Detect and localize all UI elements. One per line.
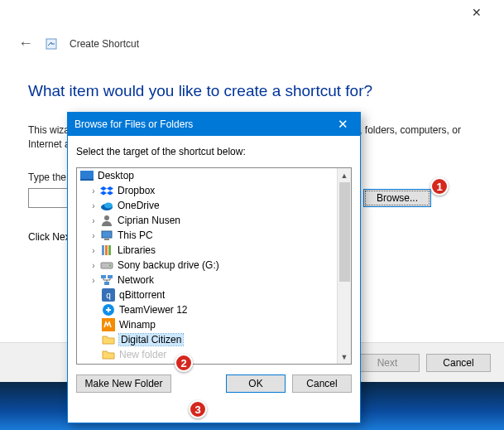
svg-rect-2 [80, 179, 94, 181]
tree-item[interactable]: ›Ciprian Nusen [77, 213, 351, 228]
dialog-cancel-button[interactable]: Cancel [292, 374, 352, 393]
make-new-folder-button[interactable]: Make New Folder [76, 374, 171, 393]
folder-tree[interactable]: Desktop›Dropbox›OneDrive›Ciprian Nusen›T… [76, 167, 352, 365]
folder-icon [102, 348, 115, 361]
tree-item[interactable]: ›Network [77, 273, 351, 287]
scrollbar[interactable]: ▲ ▼ [337, 168, 351, 364]
tree-item-label: qBittorrent [119, 289, 165, 301]
svg-rect-13 [101, 275, 106, 278]
tree-item-label: OneDrive [118, 200, 160, 211]
network-icon [100, 273, 113, 287]
svg-rect-10 [108, 245, 111, 255]
window-title: Create Shortcut [70, 38, 139, 50]
folder-icon [102, 333, 115, 346]
browse-dialog: Browse for Files or Folders ✕ Select the… [67, 112, 361, 423]
tree-item[interactable]: Winamp [77, 317, 351, 332]
chevron-right-icon[interactable]: › [89, 186, 98, 196]
onedrive-icon [100, 199, 113, 212]
app-wa-icon [102, 318, 115, 331]
libraries-icon [100, 244, 113, 257]
svg-point-5 [104, 215, 109, 220]
scroll-up-icon[interactable]: ▲ [338, 168, 351, 182]
tree-item-label: Desktop [98, 170, 134, 181]
app-qb-icon: q [102, 288, 115, 302]
app-tv-icon [102, 303, 115, 316]
scroll-down-icon[interactable]: ▼ [338, 350, 351, 364]
tree-item[interactable]: Digital Citizen [77, 332, 351, 347]
titlebar: ✕ [0, 0, 504, 25]
tree-item[interactable]: ›Dropbox [77, 183, 351, 198]
svg-rect-9 [105, 245, 108, 255]
annotation-badge-1: 1 [430, 177, 449, 196]
tree-item-label: TeamViewer 12 [119, 304, 188, 316]
chevron-right-icon[interactable]: › [89, 246, 98, 255]
svg-rect-7 [104, 239, 109, 240]
window-close-button[interactable]: ✕ [458, 0, 496, 25]
chevron-right-icon[interactable]: › [89, 231, 98, 240]
svg-rect-8 [102, 245, 104, 255]
chevron-right-icon[interactable]: › [89, 201, 98, 210]
tree-item-label: Digital Citizen [119, 334, 183, 345]
chevron-right-icon[interactable]: › [89, 216, 98, 225]
back-arrow-icon[interactable]: ← [18, 35, 33, 52]
tree-item-label: Libraries [118, 244, 156, 256]
tree-item[interactable]: ›This PC [77, 228, 351, 243]
dropbox-icon [100, 184, 113, 197]
dialog-titlebar: Browse for Files or Folders ✕ [68, 113, 360, 136]
header: ← Create Shortcut [0, 25, 504, 59]
pc-icon [100, 229, 113, 242]
scroll-thumb[interactable] [339, 182, 350, 282]
tree-item[interactable]: ›Sony backup drive (G:) [77, 258, 351, 273]
svg-point-4 [104, 203, 113, 209]
tree-item[interactable]: ›OneDrive [77, 198, 351, 213]
tree-desktop-root[interactable]: Desktop [77, 168, 351, 183]
cancel-button[interactable]: Cancel [426, 354, 491, 372]
svg-rect-6 [102, 231, 112, 238]
svg-text:q: q [106, 291, 111, 300]
chevron-right-icon[interactable]: › [89, 276, 98, 285]
tree-item-label: Dropbox [118, 185, 155, 196]
svg-rect-1 [80, 171, 94, 179]
tree-item[interactable]: qqBittorrent [77, 287, 351, 302]
annotation-badge-3: 3 [189, 400, 207, 418]
tree-item-label: Sony backup drive (G:) [118, 259, 219, 271]
dialog-title: Browse for Files or Folders [74, 118, 193, 130]
dialog-instruction: Select the target of the shortcut below: [76, 146, 352, 157]
svg-point-12 [109, 265, 111, 267]
svg-rect-14 [108, 275, 113, 278]
tree-item-label: This PC [118, 229, 153, 241]
chevron-right-icon[interactable]: › [89, 261, 98, 270]
question-heading: What item would you like to create a sho… [28, 82, 476, 100]
svg-rect-15 [104, 282, 109, 285]
tree-item[interactable]: New folder [77, 347, 351, 362]
shortcut-wizard-icon [45, 37, 58, 51]
browse-button[interactable]: Browse... [363, 189, 431, 207]
desktop-icon [80, 169, 94, 182]
ok-button[interactable]: OK [226, 374, 286, 393]
tree-item-label: Winamp [119, 319, 156, 331]
tree-item-label: Network [118, 274, 154, 286]
tree-item-label: New folder [119, 349, 166, 360]
tree-item-label: Ciprian Nusen [118, 215, 180, 226]
tree-item[interactable]: ›Libraries [77, 243, 351, 258]
next-button[interactable]: Next [355, 354, 420, 372]
tree-item[interactable]: TeamViewer 12 [77, 302, 351, 317]
dialog-close-button[interactable]: ✕ [330, 117, 355, 132]
user-icon [100, 214, 113, 227]
annotation-badge-2: 2 [175, 354, 193, 372]
drive-icon [100, 258, 113, 272]
